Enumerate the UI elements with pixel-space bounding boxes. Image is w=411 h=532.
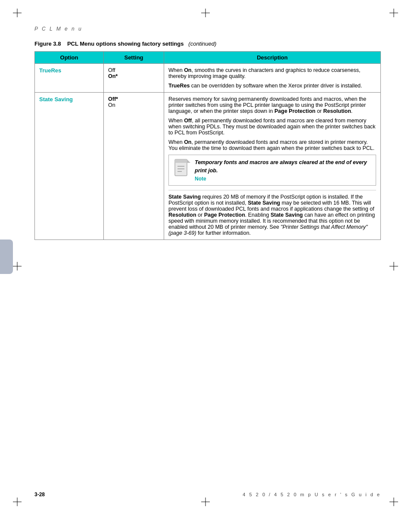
- page-container: P C L M e n u Figure 3.8 PCL Menu option…: [0, 0, 411, 532]
- option-label-trueres: TrueRes: [39, 67, 61, 74]
- desc-para-1: When On, smooths the curves in character…: [168, 67, 376, 79]
- figure-number: Figure 3.8: [34, 40, 61, 47]
- options-table: Option Setting Description TrueRes Off O…: [34, 51, 381, 240]
- table-header-row: Option Setting Description: [35, 52, 381, 64]
- page-footer: 3-28 4 5 2 0 / 4 5 2 0 m p U s e r ' s G…: [34, 492, 381, 498]
- figure-continued: (continued): [188, 40, 216, 47]
- svg-rect-1: [175, 159, 187, 163]
- top-center-cross: [201, 9, 210, 17]
- corner-mark-tr: [389, 9, 398, 17]
- svg-marker-5: [187, 159, 190, 163]
- corner-mark-bl: [13, 498, 22, 506]
- setting-on: On: [108, 102, 115, 108]
- footer-page-number: 3-28: [34, 492, 45, 498]
- ss-desc-para-1: Reserves memory for saving permanently d…: [168, 96, 376, 114]
- description-cell-trueres: When On, smooths the curves in character…: [164, 64, 381, 93]
- note-text: Temporary fonts and macros are always cl…: [195, 159, 371, 175]
- ss-desc-para-2: When Off, all permanently downloaded fon…: [168, 118, 376, 136]
- option-label-statesaving: State Saving: [39, 96, 73, 103]
- note-content: Temporary fonts and macros are always cl…: [195, 159, 371, 182]
- corner-mark-br: [389, 498, 398, 506]
- header-setting: Setting: [104, 52, 164, 64]
- setting-off: Off: [108, 67, 115, 73]
- ss-desc-para-3: When On, permanently downloaded fonts an…: [168, 139, 376, 151]
- separator-line: [168, 190, 376, 190]
- bottom-center-cross: [201, 498, 210, 506]
- note-icon: [173, 159, 190, 178]
- description-cell-statesaving: Reserves memory for saving permanently d…: [164, 93, 381, 240]
- side-tab: [0, 240, 13, 274]
- header-option: Option: [35, 52, 104, 64]
- footer-guide-title: 4 5 2 0 / 4 5 2 0 m p U s e r ' s G u i …: [243, 492, 381, 497]
- header-description: Description: [164, 52, 381, 64]
- setting-off-star: Off*: [108, 96, 118, 102]
- figure-title: Figure 3.8 PCL Menu options showing fact…: [34, 40, 381, 47]
- option-cell-trueres: TrueRes: [35, 64, 104, 93]
- right-mid-cross: [389, 262, 398, 271]
- setting-cell-trueres: Off On*: [104, 64, 164, 93]
- ss-final-para: State Saving requires 20 MB of memory if…: [168, 194, 376, 236]
- left-mid-cross: [13, 262, 22, 271]
- page-header: P C L M e n u: [34, 26, 381, 32]
- table-row: State Saving Off* On Reserves memory for…: [35, 93, 381, 240]
- corner-mark-tl: [13, 9, 22, 17]
- note-box: Temporary fonts and macros are always cl…: [168, 155, 376, 186]
- option-cell-statesaving: State Saving: [35, 93, 104, 240]
- table-row: TrueRes Off On* When On, smooths the cur…: [35, 64, 381, 93]
- setting-cell-statesaving: Off* On: [104, 93, 164, 240]
- desc-para-2: TrueRes can be overridden by software wh…: [168, 83, 376, 89]
- note-label: Note: [195, 176, 371, 182]
- figure-title-text: PCL Menu options showing factory setting…: [67, 40, 184, 47]
- setting-on-star: On*: [108, 73, 118, 79]
